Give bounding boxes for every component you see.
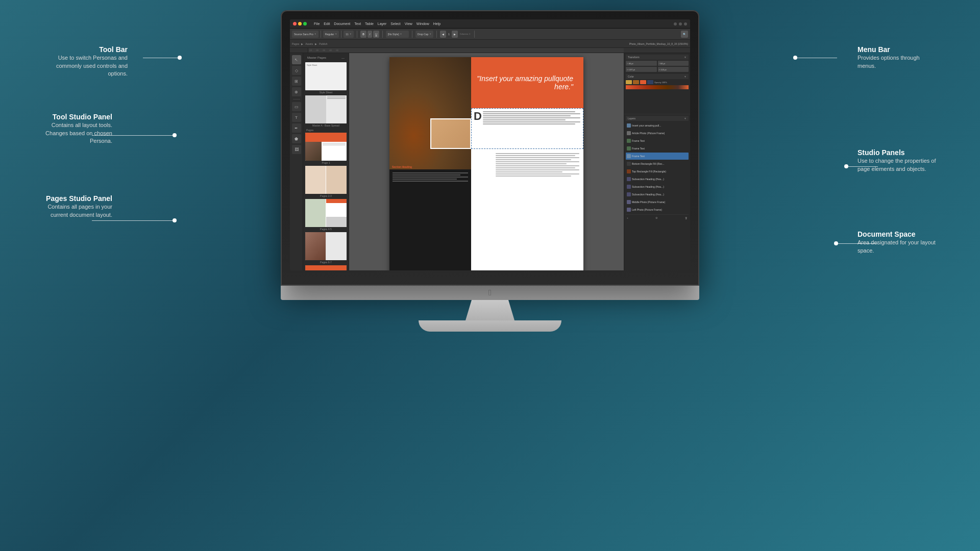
document-area: "Insert your amazing pullquote here." D [349,53,624,270]
paragraph-style-dropdown[interactable]: [No Style] ▼ [386,31,409,38]
image-tool[interactable]: 🖼 [292,145,301,154]
persona-section: Source Sans Pro ▼ Regular ▼ 11 ▼ [292,31,354,38]
pages-23-thumb[interactable]: Pages 2-3 [305,166,347,197]
barn-image [389,57,471,169]
maximize-window-button[interactable] [303,22,307,26]
swatch-3[interactable] [640,80,646,84]
dropcap-dropdown[interactable]: Drop Cap ▼ [415,31,433,38]
layer-subsection-1[interactable]: Subsection Heading (Hea...) [626,176,689,183]
y-input[interactable]: Y: 84 pt [658,61,689,66]
h-input[interactable]: H: 110 pt [658,67,689,72]
align-section: Drop Cap ▼ [415,31,433,38]
layer-article-photo[interactable]: Article Photo (Picture Frame) [626,130,689,137]
text-tool[interactable]: T [292,113,301,122]
menu-help[interactable]: Help [433,22,440,26]
gradient-bar [626,85,689,89]
menu-select[interactable]: Select [390,22,400,26]
underline-button[interactable]: U [373,31,379,38]
pages-67-thumb[interactable]: Pages 6-7 [305,232,347,264]
section-heading: Section Heading [392,165,412,168]
menu-edit[interactable]: Edit [324,22,330,26]
swatch-4[interactable] [647,80,653,84]
transform-label: Transform [628,56,640,59]
size-dropdown[interactable]: 11 ▼ [344,31,354,38]
close-window-button[interactable] [293,22,297,26]
layer-text-11: Middle Photo (Picture Frame) [632,201,665,204]
document-page[interactable]: "Insert your amazing pullquote here." D [389,57,583,270]
gradient-row [626,85,689,89]
w-input[interactable]: W: 197 pt [626,67,657,72]
app-screen: File Edit Document Text Table Layer Sele… [290,19,690,270]
layer-text-8: Subsection Heading (Hea...) [632,178,664,181]
layers-options[interactable]: ⚙ [655,216,657,219]
layer-top-rect[interactable]: Top Rectangle Fill (Rectangle) [626,168,689,175]
horizontal-ruler: 100 200 300 400 500 [308,48,624,53]
menubar-annotation: Menu Bar Provides options through menus. [857,45,939,70]
apple-logo:  [488,288,492,297]
menu-layer[interactable]: Layer [378,22,387,26]
cols-down-button[interactable]: ◀ [440,31,446,38]
transform-expand[interactable]: ▼ [684,56,687,59]
layers-delete[interactable]: 🗑 [685,216,688,219]
frame-tool[interactable]: ▭ [292,102,301,111]
cols-up-button[interactable]: ▶ [452,31,458,38]
zoom-tool[interactable]: ⊕ [292,87,301,96]
menu-file[interactable]: File [314,22,320,26]
layers-add[interactable]: + [627,216,628,219]
menu-window[interactable]: Window [416,22,429,26]
style-section: [No Style] ▼ [386,31,409,38]
doc-space-connector-line [837,243,878,244]
layer-frame-text-3[interactable]: Frame Text [626,153,689,160]
italic-button[interactable]: I [368,31,372,38]
layer-bottom-rect[interactable]: Bottom Rectangle Fill (Rec... [626,160,689,167]
pen-tool[interactable]: ✒ [292,123,301,133]
node-tool[interactable]: ◇ [292,66,301,75]
persona-dropdown[interactable]: Source Sans Pro ▼ [292,31,318,38]
layer-text-6: Bottom Rectangle Fill (Rec... [632,162,665,165]
layers-header: Layers ▼ [626,116,689,121]
search-button[interactable]: 🔍 [681,31,688,38]
transform-wh-row: W: 197 pt H: 110 pt [626,67,689,72]
doc-space-annotation: Document Space Area designated for your … [857,230,939,255]
layer-frame-text-2[interactable]: Frame Text [626,145,689,152]
pages-panel-menu[interactable]: ⋯ [341,56,345,60]
opacity-label: Opacity 100% [654,81,667,84]
pages-studio-desc: Contains all pages in your current docum… [31,203,112,219]
pages-67-label: Pages 6-7 [305,261,347,264]
menu-table[interactable]: Table [365,22,374,26]
pages-45-thumb[interactable]: Pages 4-5 [305,199,347,231]
layer-middle-photo[interactable]: Middle Photo (Picture Frame) [626,198,689,206]
layer-left-photo[interactable]: Left Photo (Picture Frame) [626,206,689,213]
toolbar-annotation: Tool Bar Use to switch Personas and comm… [46,45,128,78]
select-tool[interactable]: ↖ [292,55,301,64]
page-1-thumb[interactable]: Page 1 [305,133,347,164]
layer-frame-text-1[interactable]: Frame Text [626,137,689,144]
layer-pullquote[interactable]: Insert your amazing pull... [626,122,689,129]
menu-text[interactable]: Text [354,22,361,26]
shape-tool[interactable]: ⬟ [292,134,301,143]
bold-button[interactable]: B [360,31,366,38]
menu-bar-dot3 [684,22,687,26]
layers-footer: + ⚙ 🗑 [626,214,689,221]
pages-89-thumb[interactable]: Pages 8-9 [305,265,347,270]
swatch-2[interactable] [633,80,639,84]
crop-tool[interactable]: ⊞ [292,77,301,86]
selected-text-frame[interactable] [471,108,583,149]
layer-text-4: Frame Text [632,147,645,150]
style-dropdown[interactable]: Regular ▼ [323,31,339,38]
menu-view[interactable]: View [405,22,412,26]
layers-list: Insert your amazing pull... Article Phot… [626,122,689,213]
x-input[interactable]: X: 84 pt [626,61,657,66]
pages-23-label: Pages 2-3 [305,194,347,197]
menu-document[interactable]: Document [334,22,350,26]
color-expand[interactable]: ▼ [684,75,687,78]
pages-panel-header: Master Pages ⋯ [305,55,347,61]
layer-subsection-2[interactable]: Subsection Heading (Hea...) [626,183,689,190]
minimize-window-button[interactable] [298,22,302,26]
layer-icon [627,123,631,128]
layer-subsection-3[interactable]: Subsection Heading (Hea...) [626,191,689,198]
master-a-thumb[interactable]: Master A - Base Spread [305,95,347,127]
swatch-1[interactable] [626,80,632,84]
layers-expand[interactable]: ▼ [684,117,687,120]
style-sheet-thumb[interactable]: Style Sheet Style Sheet [305,62,347,94]
